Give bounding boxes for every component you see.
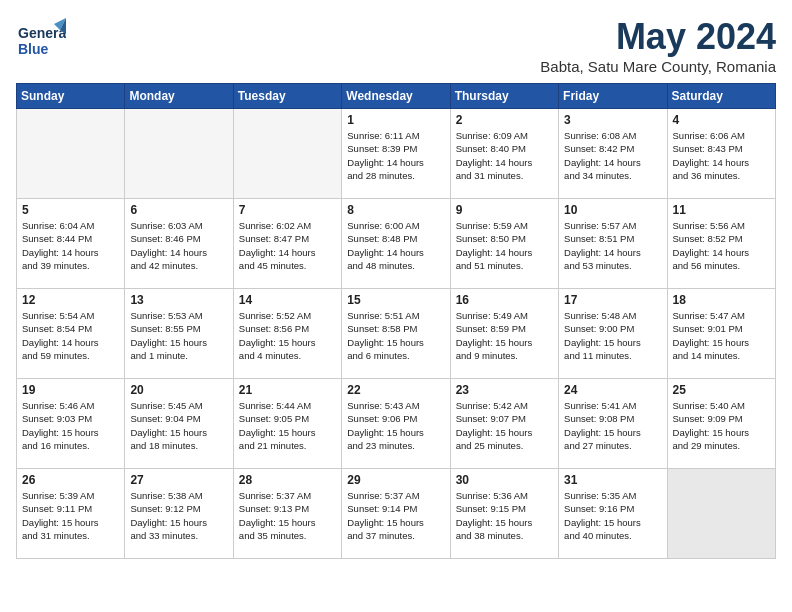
day-info: Sunrise: 5:56 AMSunset: 8:52 PMDaylight:…: [673, 219, 771, 272]
day-number: 13: [130, 293, 228, 307]
weekday-header: Monday: [125, 84, 233, 109]
day-number: 26: [22, 473, 120, 487]
day-info: Sunrise: 5:48 AMSunset: 9:00 PMDaylight:…: [564, 309, 662, 362]
day-info: Sunrise: 5:52 AMSunset: 8:56 PMDaylight:…: [239, 309, 337, 362]
calendar-cell: 30Sunrise: 5:36 AMSunset: 9:15 PMDayligh…: [450, 469, 558, 559]
weekday-header: Sunday: [17, 84, 125, 109]
day-number: 25: [673, 383, 771, 397]
calendar-cell: 29Sunrise: 5:37 AMSunset: 9:14 PMDayligh…: [342, 469, 450, 559]
day-info: Sunrise: 6:08 AMSunset: 8:42 PMDaylight:…: [564, 129, 662, 182]
day-number: 6: [130, 203, 228, 217]
day-number: 12: [22, 293, 120, 307]
calendar-cell: 18Sunrise: 5:47 AMSunset: 9:01 PMDayligh…: [667, 289, 775, 379]
day-info: Sunrise: 5:36 AMSunset: 9:15 PMDaylight:…: [456, 489, 554, 542]
calendar-cell: 15Sunrise: 5:51 AMSunset: 8:58 PMDayligh…: [342, 289, 450, 379]
day-number: 31: [564, 473, 662, 487]
day-info: Sunrise: 5:47 AMSunset: 9:01 PMDaylight:…: [673, 309, 771, 362]
calendar-cell: 24Sunrise: 5:41 AMSunset: 9:08 PMDayligh…: [559, 379, 667, 469]
day-number: 5: [22, 203, 120, 217]
title-block: May 2024 Babta, Satu Mare County, Romani…: [540, 16, 776, 75]
day-number: 20: [130, 383, 228, 397]
weekday-header: Friday: [559, 84, 667, 109]
day-info: Sunrise: 5:49 AMSunset: 8:59 PMDaylight:…: [456, 309, 554, 362]
day-info: Sunrise: 5:59 AMSunset: 8:50 PMDaylight:…: [456, 219, 554, 272]
day-number: 27: [130, 473, 228, 487]
day-number: 1: [347, 113, 445, 127]
day-number: 21: [239, 383, 337, 397]
calendar-cell: 12Sunrise: 5:54 AMSunset: 8:54 PMDayligh…: [17, 289, 125, 379]
day-info: Sunrise: 5:39 AMSunset: 9:11 PMDaylight:…: [22, 489, 120, 542]
day-number: 18: [673, 293, 771, 307]
day-info: Sunrise: 5:41 AMSunset: 9:08 PMDaylight:…: [564, 399, 662, 452]
calendar-cell: 20Sunrise: 5:45 AMSunset: 9:04 PMDayligh…: [125, 379, 233, 469]
day-info: Sunrise: 5:44 AMSunset: 9:05 PMDaylight:…: [239, 399, 337, 452]
day-number: 29: [347, 473, 445, 487]
calendar-cell: 2Sunrise: 6:09 AMSunset: 8:40 PMDaylight…: [450, 109, 558, 199]
day-number: 3: [564, 113, 662, 127]
day-number: 4: [673, 113, 771, 127]
calendar-cell: [667, 469, 775, 559]
calendar-cell: 27Sunrise: 5:38 AMSunset: 9:12 PMDayligh…: [125, 469, 233, 559]
day-info: Sunrise: 5:40 AMSunset: 9:09 PMDaylight:…: [673, 399, 771, 452]
calendar-cell: 8Sunrise: 6:00 AMSunset: 8:48 PMDaylight…: [342, 199, 450, 289]
day-info: Sunrise: 5:53 AMSunset: 8:55 PMDaylight:…: [130, 309, 228, 362]
day-number: 10: [564, 203, 662, 217]
day-info: Sunrise: 6:11 AMSunset: 8:39 PMDaylight:…: [347, 129, 445, 182]
weekday-header: Saturday: [667, 84, 775, 109]
day-number: 9: [456, 203, 554, 217]
calendar-cell: 28Sunrise: 5:37 AMSunset: 9:13 PMDayligh…: [233, 469, 341, 559]
calendar-title: May 2024: [540, 16, 776, 58]
day-info: Sunrise: 5:51 AMSunset: 8:58 PMDaylight:…: [347, 309, 445, 362]
calendar-cell: [125, 109, 233, 199]
day-number: 2: [456, 113, 554, 127]
day-info: Sunrise: 5:42 AMSunset: 9:07 PMDaylight:…: [456, 399, 554, 452]
calendar-cell: 22Sunrise: 5:43 AMSunset: 9:06 PMDayligh…: [342, 379, 450, 469]
day-number: 15: [347, 293, 445, 307]
day-info: Sunrise: 5:37 AMSunset: 9:13 PMDaylight:…: [239, 489, 337, 542]
calendar-cell: 31Sunrise: 5:35 AMSunset: 9:16 PMDayligh…: [559, 469, 667, 559]
day-number: 19: [22, 383, 120, 397]
calendar-cell: 23Sunrise: 5:42 AMSunset: 9:07 PMDayligh…: [450, 379, 558, 469]
day-info: Sunrise: 6:09 AMSunset: 8:40 PMDaylight:…: [456, 129, 554, 182]
calendar-cell: 19Sunrise: 5:46 AMSunset: 9:03 PMDayligh…: [17, 379, 125, 469]
calendar-cell: [233, 109, 341, 199]
calendar-cell: 6Sunrise: 6:03 AMSunset: 8:46 PMDaylight…: [125, 199, 233, 289]
calendar-cell: 1Sunrise: 6:11 AMSunset: 8:39 PMDaylight…: [342, 109, 450, 199]
calendar-cell: 21Sunrise: 5:44 AMSunset: 9:05 PMDayligh…: [233, 379, 341, 469]
day-number: 16: [456, 293, 554, 307]
page-header: General Blue May 2024 Babta, Satu Mare C…: [16, 16, 776, 75]
day-number: 24: [564, 383, 662, 397]
calendar-cell: [17, 109, 125, 199]
calendar-cell: 5Sunrise: 6:04 AMSunset: 8:44 PMDaylight…: [17, 199, 125, 289]
day-number: 7: [239, 203, 337, 217]
day-number: 11: [673, 203, 771, 217]
calendar-cell: 4Sunrise: 6:06 AMSunset: 8:43 PMDaylight…: [667, 109, 775, 199]
calendar-cell: 10Sunrise: 5:57 AMSunset: 8:51 PMDayligh…: [559, 199, 667, 289]
day-info: Sunrise: 6:03 AMSunset: 8:46 PMDaylight:…: [130, 219, 228, 272]
day-info: Sunrise: 5:54 AMSunset: 8:54 PMDaylight:…: [22, 309, 120, 362]
calendar-cell: 7Sunrise: 6:02 AMSunset: 8:47 PMDaylight…: [233, 199, 341, 289]
day-number: 14: [239, 293, 337, 307]
day-info: Sunrise: 5:57 AMSunset: 8:51 PMDaylight:…: [564, 219, 662, 272]
day-info: Sunrise: 5:43 AMSunset: 9:06 PMDaylight:…: [347, 399, 445, 452]
day-info: Sunrise: 5:37 AMSunset: 9:14 PMDaylight:…: [347, 489, 445, 542]
day-number: 23: [456, 383, 554, 397]
day-number: 22: [347, 383, 445, 397]
calendar-cell: 3Sunrise: 6:08 AMSunset: 8:42 PMDaylight…: [559, 109, 667, 199]
logo-icon: General Blue: [16, 16, 66, 66]
logo: General Blue: [16, 16, 66, 70]
calendar-cell: 14Sunrise: 5:52 AMSunset: 8:56 PMDayligh…: [233, 289, 341, 379]
day-info: Sunrise: 5:35 AMSunset: 9:16 PMDaylight:…: [564, 489, 662, 542]
day-info: Sunrise: 6:06 AMSunset: 8:43 PMDaylight:…: [673, 129, 771, 182]
weekday-header: Thursday: [450, 84, 558, 109]
calendar-cell: 16Sunrise: 5:49 AMSunset: 8:59 PMDayligh…: [450, 289, 558, 379]
day-info: Sunrise: 6:04 AMSunset: 8:44 PMDaylight:…: [22, 219, 120, 272]
weekday-header: Tuesday: [233, 84, 341, 109]
calendar-subtitle: Babta, Satu Mare County, Romania: [540, 58, 776, 75]
weekday-header: Wednesday: [342, 84, 450, 109]
calendar-table: SundayMondayTuesdayWednesdayThursdayFrid…: [16, 83, 776, 559]
calendar-cell: 17Sunrise: 5:48 AMSunset: 9:00 PMDayligh…: [559, 289, 667, 379]
calendar-cell: 25Sunrise: 5:40 AMSunset: 9:09 PMDayligh…: [667, 379, 775, 469]
svg-text:Blue: Blue: [18, 41, 49, 57]
day-info: Sunrise: 6:02 AMSunset: 8:47 PMDaylight:…: [239, 219, 337, 272]
